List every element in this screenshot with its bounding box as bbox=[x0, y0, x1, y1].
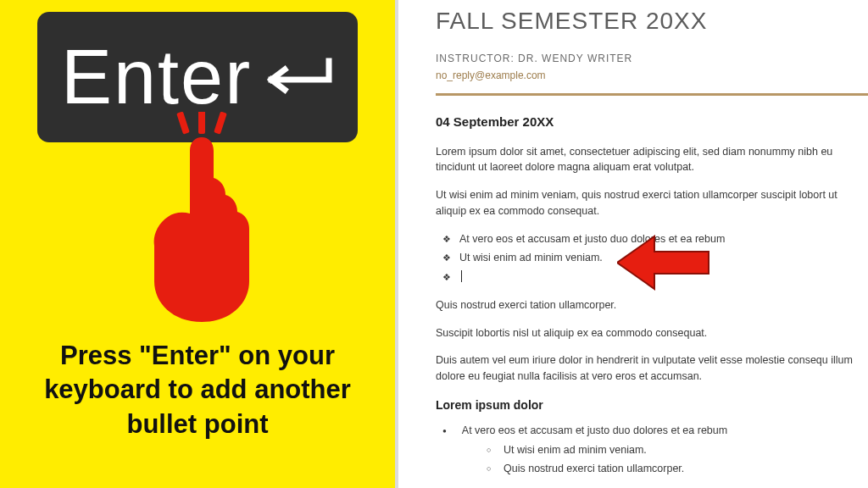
instructor-line: INSTRUCTOR: DR. WENDY WRITER bbox=[436, 51, 868, 66]
bullet-list[interactable]: At vero eos et accusam et justo duo dolo… bbox=[436, 423, 868, 477]
pointing-hand-icon bbox=[142, 112, 261, 324]
sub-bullet-list[interactable]: Ut wisi enim ad minim veniam. Quis nostr… bbox=[459, 442, 868, 478]
document-preview: FALL SEMESTER 20XX INSTRUCTOR: DR. WENDY… bbox=[395, 0, 868, 488]
svg-rect-2 bbox=[214, 112, 227, 135]
paragraph: Quis nostrud exerci tation ullamcorper. bbox=[436, 297, 868, 313]
callout-arrow-icon bbox=[617, 233, 710, 292]
svg-rect-0 bbox=[176, 112, 190, 135]
divider bbox=[436, 93, 868, 96]
list-item[interactable]: At vero eos et accusam et justo duo dolo… bbox=[459, 423, 868, 477]
paragraph: Ut wisi enim ad minim veniam, quis nostr… bbox=[436, 187, 868, 219]
date-heading: 04 September 20XX bbox=[436, 113, 868, 132]
paragraph: Suscipit lobortis nisl ut aliquip ex ea … bbox=[436, 325, 868, 341]
list-item[interactable]: Ut wisi enim ad minim veniam. bbox=[504, 442, 868, 458]
instructor-email[interactable]: no_reply@example.com bbox=[436, 68, 868, 83]
paragraph: Duis autem vel eum iriure dolor in hendr… bbox=[436, 352, 868, 385]
enter-key-label: Enter bbox=[61, 39, 252, 115]
instruction-text: Press "Enter" on your keyboard to add an… bbox=[0, 339, 395, 441]
enter-return-icon bbox=[256, 58, 332, 100]
svg-rect-1 bbox=[198, 112, 205, 134]
paragraph: Lorem ipsum dolor sit amet, consectetuer… bbox=[436, 144, 868, 176]
doc-title: FALL SEMESTER 20XX bbox=[436, 3, 868, 39]
list-item[interactable]: Quis nostrud exerci tation ullamcorper. bbox=[504, 461, 868, 477]
text-cursor bbox=[461, 270, 462, 282]
instruction-panel: Enter Press "Enter" on your keyboard to … bbox=[0, 0, 395, 488]
list-item-label: At vero eos et accusam et justo duo dolo… bbox=[462, 424, 727, 436]
subheading: Lorem ipsum dolor bbox=[436, 396, 868, 414]
